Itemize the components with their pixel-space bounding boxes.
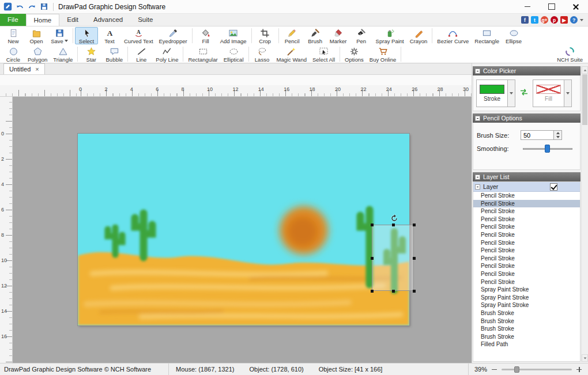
layer-group-row[interactable]: Layer [473, 182, 580, 192]
layer-visibility-checkbox[interactable] [550, 183, 557, 191]
collapse-icon[interactable] [475, 116, 480, 121]
layer-row[interactable]: Pencil Stroke [473, 270, 580, 278]
toolbar-button-crop[interactable]: Crop [254, 27, 277, 44]
youtube-icon[interactable]: ▶ [560, 16, 568, 24]
help-icon[interactable]: ? [570, 16, 578, 24]
stroke-dropdown-button[interactable] [508, 79, 515, 107]
toolbar-button-text[interactable]: AText [98, 27, 121, 44]
toolbar-button-crayon[interactable]: Crayon [407, 27, 431, 44]
slider-thumb[interactable] [545, 145, 550, 153]
selection-handle[interactable] [413, 257, 416, 260]
menu-tab-advanced[interactable]: Advanced [86, 14, 130, 26]
selection-handle[interactable] [392, 290, 395, 293]
toolbar-button-lasso[interactable]: Lasso [251, 46, 274, 63]
tab-close-icon[interactable]: × [35, 66, 39, 72]
scroll-down-icon[interactable] [582, 354, 588, 362]
scroll-up-icon[interactable] [582, 66, 588, 74]
undo-icon[interactable] [15, 2, 24, 12]
selection-handle[interactable] [413, 224, 416, 226]
layer-row[interactable]: Pencil Stroke [473, 192, 580, 200]
menu-tab-home[interactable]: Home [26, 14, 60, 26]
smoothing-slider[interactable] [523, 144, 572, 153]
fill-color-button[interactable]: Fill [533, 79, 564, 107]
toolbar-button-new[interactable]: New [2, 27, 25, 44]
fill-dropdown-button[interactable] [564, 79, 572, 107]
toolbar-button-buy-online[interactable]: Buy Online [367, 46, 399, 63]
panel-scrollbar[interactable] [581, 66, 588, 362]
selection-handle[interactable] [371, 224, 374, 226]
toolbar-button-bubble[interactable]: Bubble [103, 46, 126, 63]
close-button[interactable] [564, 0, 588, 14]
save-icon[interactable] [39, 2, 48, 12]
collapse-icon[interactable] [475, 184, 480, 190]
redo-icon[interactable] [27, 2, 36, 12]
toolbar-button-bezier-curve[interactable]: Bezier Curve [434, 27, 472, 44]
zoom-out-icon[interactable] [491, 366, 497, 373]
toolbar-button-circle[interactable]: Circle [2, 46, 25, 63]
toolbar-button-fill[interactable]: Fill [194, 27, 217, 44]
pinterest-icon[interactable]: p [551, 16, 558, 24]
layer-list-header[interactable]: Layer List [473, 172, 581, 181]
toolbar-button-rectangle[interactable]: Rectangle [472, 27, 502, 44]
layer-row[interactable]: Pencil Stroke [473, 278, 580, 286]
selection-handle[interactable] [413, 290, 416, 293]
collapse-icon[interactable] [475, 69, 480, 74]
toolbar-button-options[interactable]: Options [342, 46, 367, 63]
layer-row[interactable]: Pencil Stroke [473, 247, 580, 255]
maximize-button[interactable] [540, 0, 564, 14]
zoom-slider[interactable] [502, 369, 572, 370]
document-tab-untitled[interactable]: Untitled × [3, 63, 45, 74]
brush-size-down-icon[interactable] [554, 135, 561, 140]
toolbar-button-marker[interactable]: Marker [327, 27, 350, 44]
selection-handle[interactable] [371, 257, 374, 260]
facebook-icon[interactable]: f [521, 16, 529, 24]
selection-handle[interactable] [392, 224, 395, 226]
toolbar-button-polygon[interactable]: Polygon [25, 46, 50, 63]
brush-size-input[interactable] [521, 130, 554, 140]
toolbar-button-ellipse[interactable]: Ellipse [502, 27, 525, 44]
layer-row[interactable]: Pencil Stroke [473, 207, 580, 215]
toolbar-button-spray-paint[interactable]: Spray Paint [373, 27, 407, 44]
toolbar-button-brush[interactable]: Brush [304, 27, 327, 44]
menu-tab-suite[interactable]: Suite [130, 14, 160, 26]
toolbar-button-star[interactable]: Star [80, 46, 103, 63]
layer-row[interactable]: Pencil Stroke [473, 239, 580, 247]
google-plus-icon[interactable]: g+ [541, 16, 548, 24]
layer-row[interactable]: Pencil Stroke [473, 231, 580, 239]
menu-tab-edit[interactable]: Edit [59, 14, 86, 26]
toolbar-button-elliptical[interactable]: Elliptical [221, 46, 247, 63]
layer-row[interactable]: Spray Paint Stroke [473, 286, 580, 294]
brush-size-up-icon[interactable] [554, 131, 561, 135]
scrollbar-thumb[interactable] [582, 74, 587, 125]
toolbar-button-magic-wand[interactable]: Magic Wand [274, 46, 310, 63]
toolbar-button-triangle[interactable]: Triangle [50, 46, 76, 63]
layer-row[interactable]: Pencil Stroke [473, 223, 580, 231]
toolbar-button-pencil[interactable]: Pencil [281, 27, 304, 44]
layer-row[interactable]: Pencil Stroke [473, 255, 580, 263]
toolbar-button-curved-text[interactable]: ACurved Text [121, 27, 156, 44]
color-picker-header[interactable]: Color Picker [473, 66, 581, 75]
minimize-button[interactable] [515, 0, 540, 14]
toolbar-button-select[interactable]: Select [75, 27, 98, 44]
toolbar-button-poly-line[interactable]: Poly Line [153, 46, 181, 63]
selection-box[interactable] [372, 225, 414, 291]
stroke-color-button[interactable]: Stroke [476, 79, 508, 107]
toolbar-button-add-image[interactable]: Add Image [217, 27, 250, 44]
twitter-icon[interactable]: t [531, 16, 538, 24]
toolbar-button-save[interactable]: Save [48, 27, 71, 44]
swap-colors-icon[interactable] [519, 87, 529, 99]
toolbar-button-select-all[interactable]: Select All [310, 46, 338, 63]
zoom-slider-thumb[interactable] [514, 366, 519, 373]
drawing-canvas[interactable] [78, 134, 409, 325]
layer-row[interactable]: Pencil Stroke [473, 200, 580, 208]
toolbar-button-open[interactable]: Open [25, 27, 48, 44]
layer-row[interactable]: Brush Stroke [473, 325, 580, 333]
toolbar-button-nch-suite[interactable]: NCH Suite [554, 46, 586, 63]
layer-row[interactable]: Spray Paint Stroke [473, 294, 580, 302]
layer-row[interactable]: Brush Stroke [473, 333, 580, 341]
toolbar-button-rectangular[interactable]: Rectangular [185, 46, 220, 63]
layer-row[interactable]: Spray Paint Stroke [473, 301, 580, 309]
zoom-in-icon[interactable] [576, 366, 582, 373]
menu-more-chevron-icon[interactable] [580, 19, 583, 21]
toolbar-button-pen[interactable]: Pen [350, 27, 373, 44]
